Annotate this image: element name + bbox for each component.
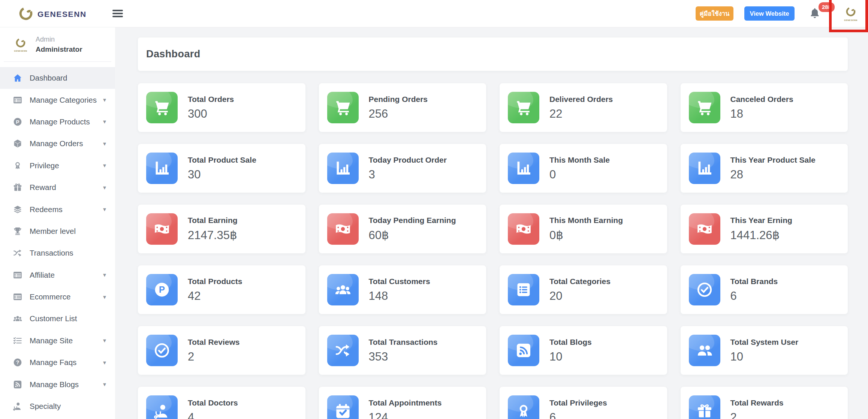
sidebar-item-manage-faqs[interactable]: ? Manage Faqs (0, 352, 115, 373)
sidebar-item-dashboard[interactable]: Dashboard (0, 67, 115, 89)
sidebar-item-privilege[interactable]: Privilege (0, 155, 115, 177)
layers-icon (13, 205, 22, 214)
box-icon (13, 139, 22, 148)
stat-card-label: This Year Erning (730, 216, 792, 225)
table-icon (13, 292, 22, 302)
manual-button[interactable]: คู่มือใช้งาน (696, 6, 733, 21)
stat-card-label: Today Pending Earning (369, 216, 456, 225)
doctor-icon (146, 395, 178, 419)
genesenn-logo-icon (18, 6, 34, 23)
stat-card-total-doctors: Total Doctors 4 (138, 387, 305, 419)
sidebar-item-reward[interactable]: Reward (0, 177, 115, 198)
chevron-down-icon (100, 118, 106, 125)
user-role: Administrator (36, 45, 82, 54)
menu-toggle-button[interactable] (112, 8, 123, 19)
cart-icon (146, 92, 178, 123)
user-name: Admin (36, 36, 82, 43)
shuffle-icon (13, 248, 22, 258)
stat-card-value: 10 (549, 350, 592, 364)
stat-card-label: Total Doctors (188, 398, 238, 407)
svg-text:?: ? (16, 359, 19, 365)
stat-card-value: 1441.26฿ (730, 228, 792, 242)
stat-card-label: Pending Orders (369, 95, 428, 104)
stat-card-value: 6 (549, 411, 607, 419)
stat-card-label: Total System User (730, 338, 799, 347)
banknote-icon (508, 213, 539, 245)
view-website-button[interactable]: View Website (744, 6, 795, 21)
check-circle-icon (146, 335, 178, 366)
stat-card-label: Total Products (188, 277, 242, 286)
calendar-check-icon (327, 395, 359, 419)
stat-card-total-brands: Total Brands 6 (681, 265, 848, 314)
sidebar-item-manage-products[interactable]: P Manage Products (0, 111, 115, 133)
stat-card-value: 42 (188, 289, 242, 303)
stat-card-this-year-product-sale: This Year Product Sale 28 (681, 144, 848, 193)
stats-grid: Total Orders 300 Pending Orders 256 Deli… (138, 83, 848, 419)
stat-card-label: Total Privileges (549, 398, 607, 407)
medal-icon (508, 395, 539, 419)
sidebar-item-manage-orders[interactable]: Manage Orders (0, 133, 115, 154)
stat-card-label: Total Rewards (730, 398, 784, 407)
banknote-icon (146, 213, 178, 245)
sidebar-item-specialty[interactable]: Specialty (0, 395, 115, 417)
sidebar-item-ecommerce[interactable]: Ecommerce (0, 286, 115, 308)
sidebar-item-affiliate[interactable]: Affiliate (0, 264, 115, 286)
chevron-down-icon (100, 293, 106, 301)
sidebar-item-redeems[interactable]: Redeems (0, 198, 115, 220)
stat-card-pending-orders: Pending Orders 256 (319, 83, 486, 132)
cart-icon (689, 92, 720, 123)
stat-card-total-earning: Total Earning 2147.35฿ (138, 205, 305, 253)
chevron-down-icon (100, 184, 106, 191)
stat-card-total-products: P Total Products 42 (138, 265, 305, 314)
sidebar-item-manage-categories[interactable]: Manage Categories (0, 89, 115, 111)
stat-card-label: Today Product Order (369, 156, 447, 165)
stat-card-label: Total Categories (549, 277, 611, 286)
stat-card-value: 353 (369, 350, 438, 364)
highlight-annotation-box (829, 0, 868, 32)
stat-card-value: 18 (730, 107, 793, 121)
stat-card-total-system-user: Total System User 10 (681, 326, 848, 375)
sidebar-item-manage-blogs[interactable]: Manage Blogs (0, 373, 115, 395)
stat-card-value: 256 (369, 107, 428, 121)
sidebar-item-member-level[interactable]: Member level (0, 220, 115, 242)
gift-icon (689, 395, 720, 419)
stat-card-this-month-sale: This Month Sale 0 (500, 144, 667, 193)
stat-card-label: Total Reviews (188, 338, 240, 347)
stat-card-total-privileges: Total Privileges 6 (500, 387, 667, 419)
sidebar-item-customer-list[interactable]: Customer List (0, 308, 115, 329)
rss-icon (508, 335, 539, 366)
stat-card-value: 28 (730, 168, 816, 181)
cart-icon (327, 92, 359, 123)
stat-card-value: 0 (549, 168, 610, 181)
chevron-down-icon (100, 381, 106, 388)
stat-card-value: 22 (549, 107, 613, 121)
bar-chart-icon (146, 153, 178, 184)
sidebar-item-manage-site[interactable]: Manage Site (0, 330, 115, 352)
stat-card-label: Total Brands (730, 277, 778, 286)
page-title: Dashboard (146, 48, 201, 60)
table-icon (13, 270, 22, 280)
stat-card-label: Canceled Orders (730, 95, 793, 104)
gift-icon (13, 183, 22, 192)
stat-card-value: 2 (188, 350, 240, 364)
stat-card-label: This Month Earning (549, 216, 623, 225)
stat-card-value: 6 (730, 289, 778, 303)
stat-card-this-year-erning: This Year Erning 1441.26฿ (681, 205, 848, 253)
stat-card-value: 10 (730, 350, 799, 364)
users-duo-icon (689, 335, 720, 366)
stat-card-label: Total Customers (369, 277, 430, 286)
stat-card-value: 60฿ (369, 228, 456, 242)
stat-card-total-reviews: Total Reviews 2 (138, 326, 305, 375)
medal-icon (13, 161, 22, 171)
stat-card-value: 0฿ (549, 228, 623, 242)
stat-card-label: Total Orders (188, 95, 234, 104)
chevron-down-icon (100, 206, 106, 213)
stat-card-label: This Month Sale (549, 156, 610, 165)
brand: GENESENN (18, 6, 87, 23)
sidebar-item-transactions[interactable]: Transactions (0, 242, 115, 264)
cart-icon (508, 92, 539, 123)
stat-card-value: 124 (369, 411, 442, 419)
stat-card-value: 300 (188, 107, 234, 121)
stat-card-label: Total Product Sale (188, 156, 256, 165)
sidebar: GENESENN Admin Administrator Dashboard M… (0, 27, 115, 419)
